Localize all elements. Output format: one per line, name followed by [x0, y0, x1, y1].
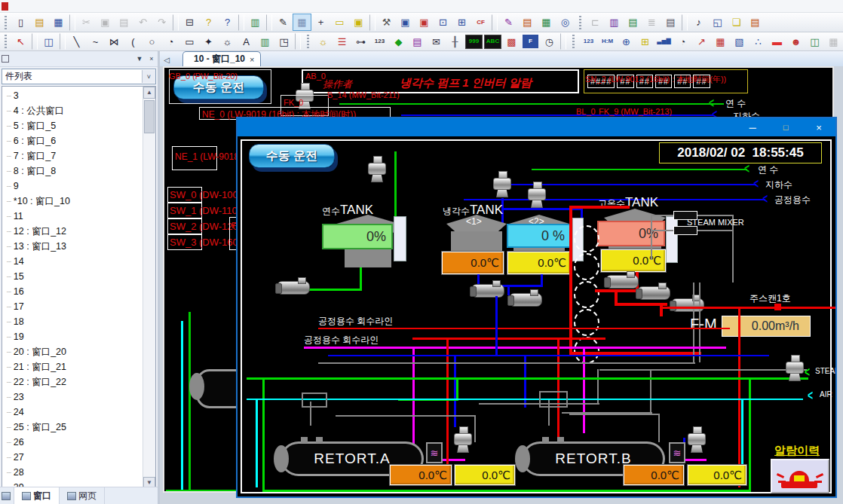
tree-item[interactable]: 20 : 窗口_20 — [2, 344, 155, 359]
valve-icon[interactable] — [786, 355, 804, 380]
valve-icon[interactable] — [454, 426, 472, 452]
heat-exchanger[interactable]: ≋ — [426, 442, 443, 463]
function-key-icon[interactable]: F — [523, 35, 538, 48]
menu-item[interactable] — [174, 11, 192, 12]
toggle-switch-icon[interactable]: ⊶ — [351, 33, 370, 50]
stop-simulate-icon[interactable]: ▣ — [415, 14, 434, 31]
move-object-icon[interactable]: ⊕ — [617, 33, 636, 50]
run-simulate-icon[interactable]: ▣ — [396, 14, 415, 31]
soft-tank-level[interactable]: 0% — [322, 224, 393, 249]
pump-icon[interactable] — [605, 275, 639, 289]
burst-tool-icon[interactable]: ☼ — [218, 33, 237, 50]
data-table-icon[interactable]: ▦ — [537, 14, 556, 31]
event-log-icon[interactable]: ◫ — [805, 33, 824, 50]
tag-label-icon[interactable]: ❏ — [727, 14, 746, 31]
menu-item[interactable] — [29, 11, 48, 12]
menu-item[interactable] — [84, 11, 102, 12]
tree-item[interactable]: 15 — [2, 269, 155, 284]
pump-icon[interactable] — [471, 284, 504, 298]
window-transfer-icon[interactable]: ⊞ — [452, 14, 471, 31]
ellipse-tool-icon[interactable]: ○ — [143, 33, 161, 50]
text-tool-icon[interactable]: A — [237, 33, 256, 50]
grid-icon[interactable]: ▦ — [293, 14, 311, 31]
screen-zoom-icon[interactable]: ◎ — [556, 14, 575, 31]
tree-item[interactable]: *10 : 窗口_10 — [2, 194, 155, 209]
pump-icon[interactable] — [277, 281, 310, 295]
bar-graph-icon[interactable]: ▃▅▇ — [654, 33, 673, 50]
tree-item[interactable]: 3 — [2, 88, 155, 103]
data-log-icon[interactable]: ▦ — [824, 33, 843, 50]
curve-tool-icon[interactable]: ~ — [86, 33, 105, 50]
sound-icon[interactable]: ♪ — [689, 14, 708, 31]
tree-item[interactable]: 26 — [2, 435, 155, 450]
valve-icon[interactable] — [493, 171, 511, 197]
gem-button-icon[interactable]: ◆ — [389, 33, 408, 50]
menu-item[interactable] — [102, 11, 120, 12]
tree-item[interactable]: 27 — [2, 450, 155, 465]
tree-item[interactable]: 8 : 窗口_8 — [2, 163, 155, 179]
menu-item[interactable] — [11, 11, 29, 12]
save-icon[interactable]: ▦ — [49, 14, 68, 31]
data-transfer-icon[interactable]: ⊞ — [636, 33, 654, 50]
cooling-temp-display-1[interactable]: 0.0℃ — [442, 252, 504, 274]
tab-close-icon[interactable]: × — [250, 55, 254, 64]
panel-collapse-button[interactable]: ▼ — [133, 55, 146, 63]
hot-tank-level[interactable]: 0% — [597, 221, 665, 246]
tree-item[interactable]: 22 : 窗口_22 — [2, 374, 155, 389]
trend-chart-icon[interactable]: ↗ — [692, 33, 711, 50]
close-button[interactable]: × — [802, 122, 835, 133]
document-tab[interactable]: 10 - 窗口_10 × — [182, 51, 261, 66]
picture-tool-icon[interactable]: ▥ — [256, 33, 274, 50]
flow-meter-display[interactable]: 0.00m³/h — [722, 316, 811, 337]
valve-icon[interactable] — [688, 426, 706, 452]
retort-b-temp-2[interactable]: 0.0℃ — [688, 465, 746, 485]
heat-exchanger[interactable]: ≋ — [669, 442, 685, 463]
hot-temp-display[interactable]: 0.0℃ — [601, 249, 666, 272]
exit-door-icon[interactable]: ⊏ — [586, 14, 605, 31]
pen-combo-icon[interactable]: ▤ — [408, 33, 427, 50]
tree-item[interactable]: 11 — [2, 209, 155, 224]
import-library-icon[interactable]: ▥ — [605, 14, 624, 31]
tree-item[interactable]: 17 — [2, 299, 155, 314]
paste-icon[interactable]: ▤ — [115, 14, 133, 31]
cooling-temp-display-2[interactable]: 0.0℃ — [507, 252, 571, 274]
tree-item[interactable]: 9 — [2, 179, 155, 194]
context-help-icon[interactable]: ? — [218, 14, 237, 31]
export-image-icon[interactable]: ▥ — [246, 14, 265, 31]
tree-scrollbar[interactable]: ▲ ▼ — [143, 87, 155, 489]
help-icon[interactable]: ? — [199, 14, 218, 31]
tree-item[interactable]: 13 : 窗口_13 — [2, 239, 155, 254]
select-cursor-icon[interactable]: ↖ — [11, 33, 30, 50]
operation-log-icon[interactable]: ☻ — [786, 33, 805, 50]
alarm-bar-icon[interactable]: ▬ — [768, 33, 786, 50]
popup-title-bar[interactable]: ─ □ × — [238, 118, 835, 136]
list-view-icon[interactable]: ≣ — [642, 14, 661, 31]
line-tool-icon[interactable]: ╲ — [67, 33, 86, 50]
message-board-icon[interactable]: ✉ — [427, 33, 446, 50]
valve-icon[interactable] — [368, 156, 386, 182]
menu-item[interactable] — [156, 11, 174, 12]
minimize-button[interactable]: ─ — [736, 122, 769, 133]
memo-edit-icon[interactable]: ▤ — [746, 14, 765, 31]
polyline-tool-icon[interactable]: ⋈ — [105, 33, 124, 50]
arc-tool-icon[interactable]: ( — [124, 33, 143, 50]
lamp-set-icon[interactable]: ☰ — [333, 33, 351, 50]
tree-item[interactable]: 19 — [2, 329, 155, 344]
alarm-history-button[interactable] — [771, 459, 829, 493]
tree-item[interactable]: 16 — [2, 284, 155, 299]
retort-a-temp-1[interactable]: 0.0℃ — [390, 465, 452, 485]
seven-seg-display-icon[interactable]: 999 — [465, 35, 483, 49]
list-type-dropdown[interactable]: 件列表 ˅ — [2, 69, 156, 84]
word-lamp-icon[interactable]: 123 — [370, 33, 389, 50]
tree-item[interactable]: 18 — [2, 314, 155, 329]
meter-gauge-icon[interactable]: ◔ — [673, 33, 692, 50]
copy-icon[interactable]: ▣ — [96, 14, 115, 31]
tree-item[interactable]: 24 — [2, 405, 155, 420]
pump-icon[interactable] — [637, 286, 670, 300]
history-table-icon[interactable]: ▦ — [711, 33, 730, 50]
tab-scroll-left-icon[interactable]: ◁ — [160, 56, 173, 66]
tree-item[interactable]: 23 — [2, 389, 155, 405]
panel-close-button[interactable]: × — [146, 55, 158, 63]
scrollbar-thumb[interactable] — [144, 100, 155, 133]
bottom-tab-windows[interactable]: 窗口 — [14, 487, 60, 504]
